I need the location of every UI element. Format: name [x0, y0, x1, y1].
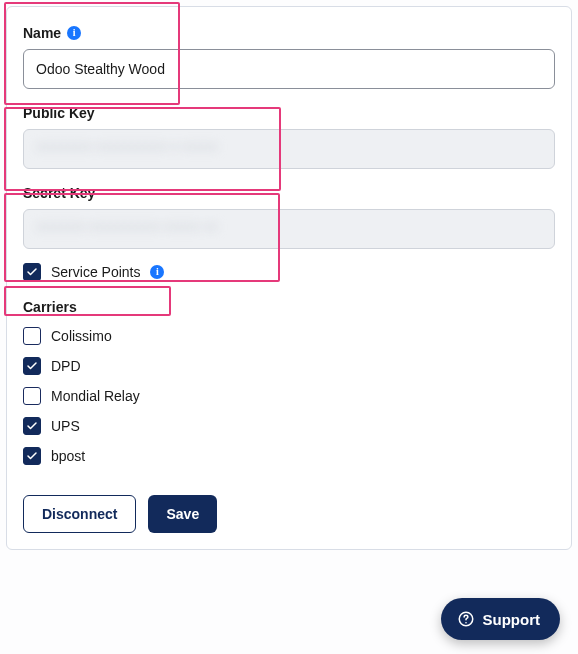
public-key-masked-value: xxxxxxxx-xxxxxxxxxx-x-xxxxx	[36, 138, 218, 154]
carrier-row: bpost	[23, 447, 555, 465]
info-icon[interactable]: i	[67, 26, 81, 40]
carrier-row: Colissimo	[23, 327, 555, 345]
field-name: Name i	[23, 25, 555, 89]
carriers-list: Colissimo DPD Mondial Relay	[23, 327, 555, 465]
field-name-label: Name	[23, 25, 61, 41]
carrier-checkbox-mondial-relay[interactable]	[23, 387, 41, 405]
actions-row: Disconnect Save	[23, 495, 555, 533]
carrier-label: UPS	[51, 418, 80, 434]
carriers-heading: Carriers	[23, 299, 555, 315]
check-icon	[26, 266, 38, 278]
service-points-row: Service Points i	[23, 263, 555, 281]
settings-panel: Name i Public Key xxxxxxxx-xxxxxxxxxx-x-…	[6, 6, 572, 550]
public-key-input[interactable]: xxxxxxxx-xxxxxxxxxx-x-xxxxx	[23, 129, 555, 169]
check-icon	[26, 360, 38, 372]
field-public-key-label-row: Public Key	[23, 105, 555, 121]
carrier-row: Mondial Relay	[23, 387, 555, 405]
field-public-key-label: Public Key	[23, 105, 95, 121]
service-points-label: Service Points	[51, 264, 140, 280]
field-secret-key-label-row: Secret Key	[23, 185, 555, 201]
carrier-label: bpost	[51, 448, 85, 464]
carrier-checkbox-ups[interactable]	[23, 417, 41, 435]
field-name-label-row: Name i	[23, 25, 555, 41]
info-icon[interactable]: i	[150, 265, 164, 279]
carrier-label: Colissimo	[51, 328, 112, 344]
field-public-key: Public Key xxxxxxxx-xxxxxxxxxx-x-xxxxx	[23, 105, 555, 169]
check-icon	[26, 450, 38, 462]
field-secret-key-label: Secret Key	[23, 185, 95, 201]
carrier-label: DPD	[51, 358, 81, 374]
secret-key-masked-value: xxxxxxx-xxxxxxxxxx-xxxxx-xx	[36, 218, 218, 234]
carrier-label: Mondial Relay	[51, 388, 140, 404]
save-button[interactable]: Save	[148, 495, 217, 533]
carrier-row: UPS	[23, 417, 555, 435]
disconnect-button[interactable]: Disconnect	[23, 495, 136, 533]
check-icon	[26, 420, 38, 432]
carrier-checkbox-colissimo[interactable]	[23, 327, 41, 345]
carrier-checkbox-dpd[interactable]	[23, 357, 41, 375]
field-secret-key: Secret Key xxxxxxx-xxxxxxxxxx-xxxxx-xx	[23, 185, 555, 249]
name-input[interactable]	[23, 49, 555, 89]
secret-key-input[interactable]: xxxxxxx-xxxxxxxxxx-xxxxx-xx	[23, 209, 555, 249]
carrier-row: DPD	[23, 357, 555, 375]
service-points-checkbox[interactable]	[23, 263, 41, 281]
carrier-checkbox-bpost[interactable]	[23, 447, 41, 465]
